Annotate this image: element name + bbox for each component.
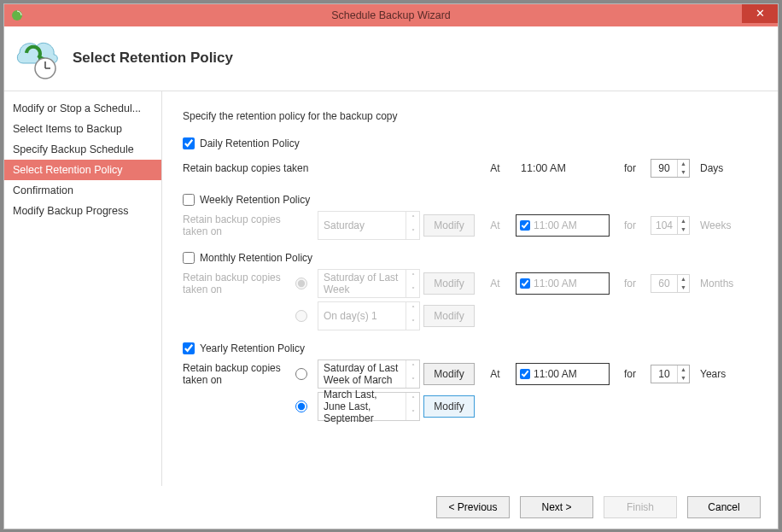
yearly-count-spinner[interactable]: 10 ▲▼ — [651, 365, 690, 383]
sidebar-item-select-items[interactable]: Select Items to Backup — [4, 119, 161, 139]
yearly-checkbox[interactable] — [183, 342, 195, 354]
daily-unit: Days — [700, 162, 743, 174]
yearly-policy: Yearly Retention Policy Retain backup co… — [183, 342, 761, 421]
weekly-count-spinner: 104 ▲▼ — [651, 216, 690, 235]
at-label: At — [478, 162, 512, 174]
monthly-radio-days — [295, 310, 307, 322]
for-label: for — [613, 368, 647, 380]
daily-retain-label: Retain backup copies taken — [183, 162, 420, 174]
daily-policy: Daily Retention Policy Retain backup cop… — [183, 137, 761, 182]
sidebar-item-progress[interactable]: Modify Backup Progress — [4, 201, 161, 221]
page-title: Select Retention Policy — [73, 50, 233, 67]
sidebar-item-confirmation[interactable]: Confirmation — [4, 180, 161, 201]
monthly-policy: Monthly Retention Policy Retain backup c… — [183, 252, 761, 330]
yearly-radio-weekday[interactable] — [295, 368, 307, 380]
monthly-modify1-button: Modify — [423, 272, 475, 295]
monthly-label: Monthly Retention Policy — [200, 252, 312, 264]
weekly-unit: Weeks — [700, 219, 743, 231]
at-label: At — [478, 368, 512, 380]
monthly-modify2-button: Modify — [423, 305, 475, 327]
sidebar-item-retention[interactable]: Select Retention Policy — [4, 160, 161, 180]
instruction-text: Specify the retention policy for the bac… — [183, 110, 761, 122]
for-label: for — [613, 219, 647, 231]
for-label: for — [613, 162, 647, 174]
weekly-day-box: Saturday ˄˅ — [318, 211, 420, 240]
close-button[interactable]: ✕ — [742, 4, 778, 23]
yearly-opt2-box[interactable]: March Last, June Last, September ˄˅ — [318, 392, 420, 421]
daily-time: 11:00 AM — [516, 162, 610, 174]
monthly-opt2-box: On day(s) 1 ˄˅ — [318, 301, 420, 330]
sidebar-item-modify-stop[interactable]: Modify or Stop a Schedul... — [4, 98, 161, 119]
yearly-unit: Years — [700, 368, 743, 380]
yearly-retain-label: Retain backup copies taken on — [183, 362, 285, 386]
at-label: At — [478, 278, 512, 289]
retention-icon — [13, 34, 61, 82]
daily-checkbox[interactable] — [183, 137, 195, 149]
monthly-radio-weekday — [295, 278, 307, 289]
titlebar: Schedule Backup Wizard ✕ — [4, 4, 778, 26]
wizard-body: Modify or Stop a Schedul... Select Items… — [4, 91, 778, 486]
weekly-policy: Weekly Retention Policy Retain backup co… — [183, 194, 761, 240]
weekly-modify-button: Modify — [423, 214, 475, 237]
yearly-radio-months[interactable] — [295, 400, 307, 412]
main-panel: Specify the retention policy for the bac… — [162, 91, 778, 486]
yearly-opt1-box[interactable]: Saturday of Last Week of March ˄˅ — [318, 360, 420, 389]
cancel-button[interactable]: Cancel — [687, 496, 761, 518]
app-icon — [9, 8, 25, 23]
yearly-modify1-button[interactable]: Modify — [423, 363, 475, 385]
monthly-unit: Months — [700, 278, 743, 289]
monthly-time-box: 11:00 AM — [516, 272, 610, 295]
finish-button: Finish — [604, 496, 677, 518]
yearly-modify2-button[interactable]: Modify — [423, 395, 475, 418]
sidebar-item-schedule[interactable]: Specify Backup Schedule — [4, 139, 161, 160]
sidebar: Modify or Stop a Schedul... Select Items… — [4, 91, 162, 486]
daily-count-spinner[interactable]: 90 ▲▼ — [651, 159, 690, 178]
for-label: for — [613, 278, 647, 289]
yearly-time-box[interactable]: 11:00 AM — [516, 363, 610, 385]
svg-point-0 — [12, 10, 22, 20]
wizard-header: Select Retention Policy — [4, 26, 778, 91]
window-title: Schedule Backup Wizard — [4, 9, 778, 21]
previous-button[interactable]: < Previous — [436, 496, 510, 518]
monthly-retain-label: Retain backup copies taken on — [183, 272, 285, 295]
weekly-label: Weekly Retention Policy — [200, 194, 310, 206]
monthly-count-spinner: 60 ▲▼ — [651, 274, 690, 293]
wizard-window: Schedule Backup Wizard ✕ Select Retentio… — [3, 3, 779, 529]
weekly-retain-label: Retain backup copies taken on — [183, 213, 285, 237]
monthly-checkbox[interactable] — [183, 252, 195, 264]
yearly-label: Yearly Retention Policy — [200, 342, 305, 354]
weekly-time-box: 11:00 AM — [516, 214, 610, 237]
daily-label: Daily Retention Policy — [200, 137, 300, 149]
weekly-checkbox[interactable] — [183, 194, 195, 206]
monthly-opt1-box: Saturday of Last Week ˄˅ — [318, 269, 420, 298]
at-label: At — [478, 219, 512, 231]
wizard-footer: < Previous Next > Finish Cancel — [4, 486, 778, 529]
next-button[interactable]: Next > — [520, 496, 593, 518]
